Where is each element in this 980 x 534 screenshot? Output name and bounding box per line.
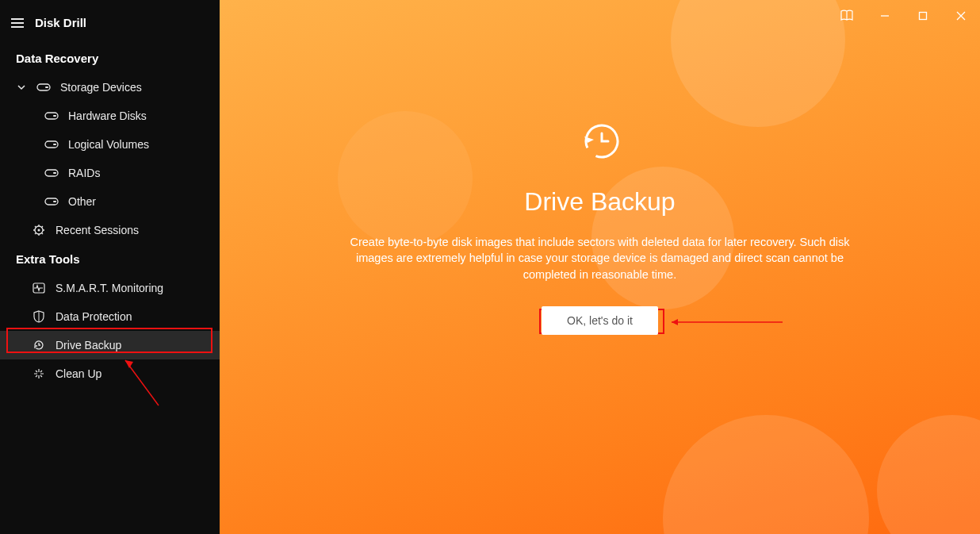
sidebar-item-storage-devices[interactable]: Storage Devices <box>0 73 220 102</box>
sidebar-item-drive-backup[interactable]: Drive Backup <box>0 331 220 359</box>
sidebar-item-label: S.M.A.R.T. Monitoring <box>56 282 163 294</box>
svg-point-11 <box>38 229 40 232</box>
decorative-circle <box>877 415 980 534</box>
app-title: Disk Drill <box>35 16 86 29</box>
sidebar: Disk Drill Data Recovery Storage Devices… <box>0 0 220 534</box>
svg-rect-5 <box>53 144 56 145</box>
page-description: Create byte-to-byte disk images that inc… <box>346 234 854 282</box>
sidebar-item-logical-volumes[interactable]: Logical Volumes <box>0 130 220 159</box>
sidebar-item-hardware-disks[interactable]: Hardware Disks <box>0 102 220 130</box>
svg-rect-7 <box>53 172 56 174</box>
close-icon <box>956 11 966 21</box>
sparkle-icon <box>32 367 46 380</box>
menu-toggle-button[interactable] <box>11 18 24 28</box>
heartbeat-icon <box>32 282 46 294</box>
sidebar-item-data-protection[interactable]: Data Protection <box>0 302 220 331</box>
decorative-circle <box>663 415 869 534</box>
section-extra-tools: Extra Tools <box>0 244 220 274</box>
maximize-icon <box>918 11 928 21</box>
shield-icon <box>32 310 46 323</box>
sidebar-item-recent-sessions[interactable]: Recent Sessions <box>0 216 220 244</box>
disk-icon <box>44 139 59 150</box>
section-data-recovery: Data Recovery <box>0 44 220 73</box>
backup-clock-hero-icon <box>578 119 622 163</box>
sidebar-item-smart-monitoring[interactable]: S.M.A.R.T. Monitoring <box>0 274 220 302</box>
sidebar-item-label: Clean Up <box>56 367 101 380</box>
sidebar-item-label: Data Protection <box>56 310 132 323</box>
decorative-circle <box>671 0 845 127</box>
sidebar-item-label: RAIDs <box>68 167 100 179</box>
sidebar-item-label: Recent Sessions <box>56 224 139 236</box>
svg-rect-9 <box>53 201 56 202</box>
window-minimize-button[interactable] <box>866 0 904 32</box>
sidebar-item-other[interactable]: Other <box>0 187 220 216</box>
disk-icon <box>36 82 51 93</box>
sidebar-item-label: Logical Volumes <box>68 138 149 151</box>
sidebar-item-label: Storage Devices <box>60 81 142 94</box>
disk-icon <box>44 196 59 207</box>
window-close-button[interactable] <box>942 0 980 32</box>
sidebar-item-raids[interactable]: RAIDs <box>0 159 220 187</box>
ok-lets-do-it-button[interactable]: OK, let's do it <box>542 306 658 335</box>
sidebar-item-label: Other <box>68 195 96 208</box>
book-icon <box>840 10 854 22</box>
gear-icon <box>32 224 46 236</box>
sidebar-item-clean-up[interactable]: Clean Up <box>0 359 220 388</box>
chevron-down-icon <box>16 83 27 91</box>
minimize-icon <box>880 11 890 21</box>
disk-icon <box>44 110 59 121</box>
main-panel: Drive Backup Create byte-to-byte disk im… <box>220 0 980 534</box>
svg-rect-1 <box>45 86 48 88</box>
sidebar-item-label: Drive Backup <box>56 339 121 352</box>
backup-clock-icon <box>32 339 46 352</box>
window-maximize-button[interactable] <box>904 0 942 32</box>
page-title: Drive Backup <box>524 187 675 217</box>
svg-rect-14 <box>920 13 927 20</box>
sidebar-item-label: Hardware Disks <box>68 109 147 122</box>
svg-rect-3 <box>53 115 56 117</box>
disk-icon <box>44 167 59 179</box>
help-button[interactable] <box>828 0 866 32</box>
